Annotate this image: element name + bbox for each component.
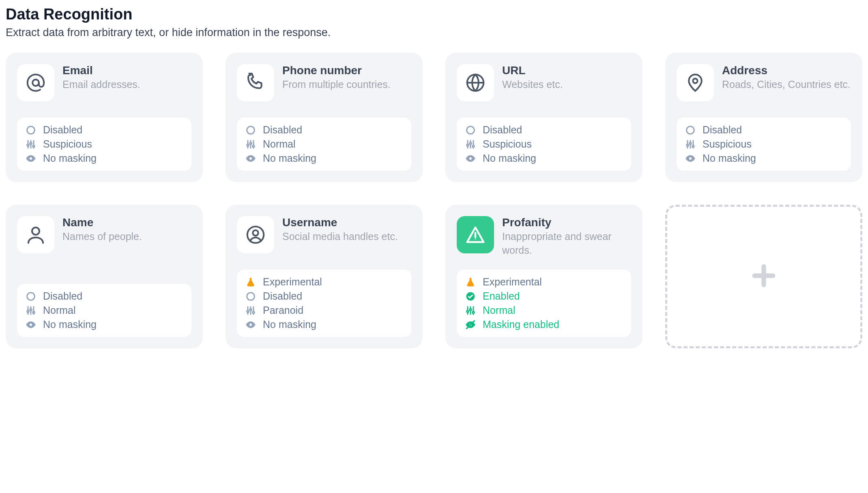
globe-icon: [457, 64, 494, 101]
status-label: No masking: [263, 319, 316, 330]
svg-point-23: [32, 227, 39, 235]
svg-point-25: [27, 311, 29, 313]
svg-point-21: [692, 145, 694, 147]
sliders-icon: [245, 139, 256, 150]
card-desc: Social media handles etc.: [282, 230, 411, 244]
circle-icon: [245, 291, 256, 302]
status-label: Experimental: [483, 276, 542, 288]
status-label: Paranoid: [263, 304, 303, 316]
svg-point-3: [30, 142, 32, 144]
card-title: Address: [722, 64, 851, 77]
card-desc: Inappropriate and swear words.: [502, 230, 631, 257]
sliders-icon: [25, 139, 37, 150]
map-pin-icon: [677, 64, 714, 101]
status-label: No masking: [43, 152, 97, 164]
card-profanity[interactable]: Profanity Inappropriate and swear words.…: [445, 205, 642, 348]
card-desc: Email addresses.: [62, 78, 191, 92]
svg-point-22: [689, 157, 692, 160]
svg-point-4: [33, 145, 35, 147]
card-title: Username: [282, 216, 411, 229]
card-title: Profanity: [502, 216, 631, 229]
circle-icon: [25, 291, 37, 302]
user-circle-icon: [237, 216, 274, 253]
sliders-icon: [245, 305, 256, 316]
status-label: Disabled: [43, 290, 82, 302]
circle-icon: [465, 124, 476, 136]
card-desc: Websites etc.: [502, 78, 631, 92]
svg-point-36: [475, 239, 476, 240]
phone-icon: [237, 64, 274, 101]
svg-point-19: [687, 144, 689, 146]
svg-point-34: [253, 311, 255, 313]
flask-icon: [465, 277, 476, 288]
circle-icon: [25, 124, 37, 136]
flask-icon: [245, 277, 256, 288]
card-desc: Roads, Cities, Countries etc.: [722, 78, 851, 92]
svg-point-18: [687, 126, 694, 134]
status-label: Masking enabled: [483, 319, 559, 330]
check-circle-icon: [465, 291, 476, 302]
page-title: Data Recognition: [6, 6, 862, 23]
status-label: Disabled: [263, 124, 302, 136]
eye-icon: [465, 153, 476, 164]
status-label: Normal: [483, 304, 516, 316]
circle-icon: [245, 124, 256, 136]
sliders-icon: [465, 305, 476, 316]
card-desc: From multiple countries.: [282, 78, 411, 92]
svg-point-5: [30, 157, 32, 160]
svg-point-20: [690, 142, 692, 144]
svg-point-13: [467, 144, 469, 146]
status-label: Enabled: [483, 290, 520, 302]
user-icon: [17, 216, 54, 253]
status-label: Experimental: [263, 276, 322, 288]
card-email[interactable]: Email Email addresses. Disabled Suspicio…: [6, 53, 203, 182]
status-box: Experimental Enabled Normal Masking enab…: [457, 270, 631, 337]
status-box: Disabled Normal No masking: [237, 118, 411, 171]
svg-point-38: [467, 311, 469, 313]
sliders-icon: [25, 305, 37, 316]
card-phone[interactable]: Phone number From multiple countries. Di…: [226, 53, 423, 182]
card-title: URL: [502, 64, 631, 77]
status-label: Normal: [263, 138, 296, 150]
status-box: Disabled Suspicious No masking: [457, 118, 631, 171]
card-name[interactable]: Name Names of people. Disabled Normal No…: [6, 205, 203, 348]
status-label: Disabled: [263, 290, 302, 302]
status-box: Disabled Suspicious No masking: [17, 118, 191, 171]
svg-point-28: [30, 324, 32, 326]
status-label: Suspicious: [483, 138, 532, 150]
sliders-icon: [465, 139, 476, 150]
svg-point-12: [467, 126, 475, 134]
card-desc: Names of people.: [62, 230, 191, 244]
circle-icon: [685, 124, 696, 136]
svg-point-6: [247, 126, 255, 134]
svg-point-40: [473, 311, 475, 313]
svg-point-17: [693, 79, 697, 83]
add-card-button[interactable]: [665, 205, 862, 348]
svg-point-1: [27, 126, 35, 134]
svg-point-26: [30, 309, 32, 311]
card-username[interactable]: Username Social media handles etc. Exper…: [226, 205, 423, 348]
status-label: Disabled: [43, 124, 82, 136]
status-label: No masking: [263, 152, 316, 164]
at-sign-icon: [17, 64, 54, 101]
svg-point-0: [32, 79, 39, 86]
eye-icon: [245, 319, 256, 330]
plus-icon: [748, 260, 780, 293]
status-label: Suspicious: [703, 138, 752, 150]
status-label: No masking: [43, 319, 97, 330]
svg-point-15: [473, 145, 475, 147]
eye-icon: [245, 153, 256, 164]
svg-point-16: [469, 157, 472, 160]
status-label: Disabled: [703, 124, 742, 136]
eye-icon: [685, 153, 696, 164]
svg-point-14: [470, 142, 472, 144]
card-url[interactable]: URL Websites etc. Disabled Suspicious No…: [445, 53, 642, 182]
svg-point-35: [249, 324, 252, 326]
status-label: No masking: [483, 152, 536, 164]
card-address[interactable]: Address Roads, Cities, Countries etc. Di…: [665, 53, 862, 182]
eye-icon: [25, 319, 37, 330]
status-label: No masking: [703, 152, 756, 164]
status-label: Normal: [43, 304, 76, 316]
svg-point-24: [27, 292, 35, 300]
card-title: Name: [62, 216, 191, 229]
